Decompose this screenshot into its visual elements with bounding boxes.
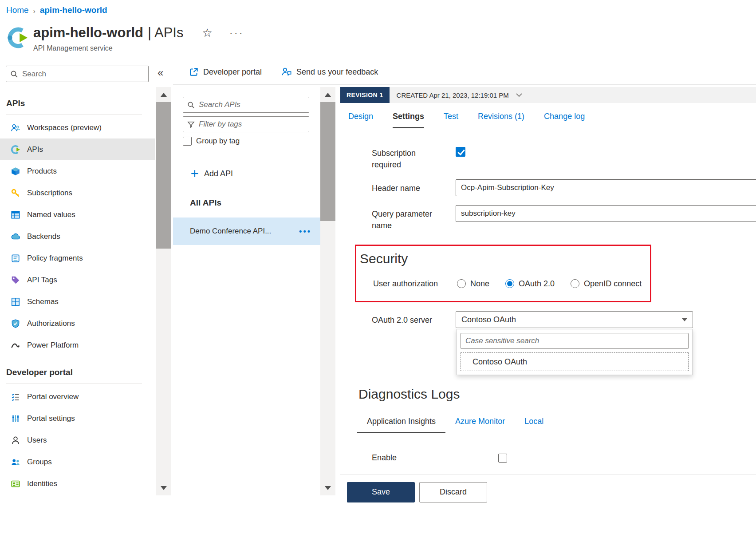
enable-checkbox[interactable] (498, 454, 507, 463)
tab-application-insights[interactable]: Application Insights (357, 411, 445, 433)
scrollbar-thumb[interactable] (320, 102, 335, 221)
page-subtitle: API Management service (33, 44, 244, 52)
oauth-server-row: OAuth 2.0 server Contoso OAuth (340, 311, 756, 328)
oauth-server-select[interactable]: Contoso OAuth (456, 311, 693, 328)
feedback-button[interactable]: Send us your feedback (281, 67, 378, 77)
radio-label: OpenID connect (584, 279, 642, 289)
scroll-up-icon[interactable] (320, 87, 335, 102)
sidebar-item-authorizations[interactable]: Authorizations (0, 313, 155, 334)
api-management-service-icon (6, 27, 28, 49)
collapse-panel-button[interactable]: « (158, 67, 163, 79)
api-search-box (183, 97, 309, 113)
sidebar-section-apis: APIs (0, 87, 155, 115)
tab-azure-monitor[interactable]: Azure Monitor (445, 411, 515, 433)
sidebar-search-input[interactable] (22, 70, 145, 79)
sidebar-item-label: Groups (27, 458, 52, 467)
api-list-scrollbar[interactable] (320, 87, 335, 495)
page-title: apim-hello-world (33, 25, 143, 41)
tab-test[interactable]: Test (444, 106, 458, 128)
group-by-tag-checkbox[interactable] (183, 137, 192, 146)
sidebar-item-power-platform[interactable]: Power Platform (0, 334, 155, 356)
enable-row: Enable (340, 452, 756, 463)
sidebar-item-policy-fragments[interactable]: Policy fragments (0, 247, 155, 269)
radio-label: None (470, 279, 489, 289)
scroll-up-icon[interactable] (156, 87, 171, 102)
radio-option-openid[interactable]: OpenID connect (571, 279, 642, 289)
sidebar-item-label: Schemas (27, 297, 59, 306)
user-authorization-label: User authorization (373, 278, 457, 289)
radio-option-none[interactable]: None (457, 279, 489, 289)
diagnostics-logs-heading: Diagnostics Logs (358, 387, 756, 402)
add-api-button[interactable]: Add API (190, 169, 320, 178)
dropdown-search-input[interactable] (461, 333, 689, 349)
products-icon (11, 166, 20, 176)
radio-option-oauth2[interactable]: OAuth 2.0 (505, 279, 555, 289)
sidebar-item-products[interactable]: Products (0, 160, 155, 182)
tab-design[interactable]: Design (348, 106, 373, 128)
scrollbar-thumb[interactable] (156, 102, 171, 249)
tab-local[interactable]: Local (515, 411, 553, 433)
sidebar-item-workspaces[interactable]: Workspaces (preview) (0, 117, 155, 138)
tab-settings[interactable]: Settings (393, 106, 424, 128)
sidebar-nav: APIs Workspaces (preview) APIs Products (0, 87, 155, 494)
sidebar-item-groups[interactable]: Groups (0, 451, 155, 473)
save-button[interactable]: Save (347, 482, 415, 502)
revision-badge: REVISION 1 (340, 87, 390, 103)
command-bar: Developer portal Send us your feedback (189, 67, 378, 77)
sidebar-item-portal-overview[interactable]: Portal overview (0, 386, 155, 407)
tab-change-log[interactable]: Change log (544, 106, 585, 128)
sidebar-item-label: Named values (27, 210, 75, 219)
sidebar-item-identities[interactable]: Identities (0, 473, 155, 494)
sidebar-item-apis[interactable]: APIs (0, 138, 155, 160)
subscription-required-checkbox[interactable] (456, 147, 465, 157)
chevron-down-icon[interactable] (515, 92, 523, 98)
breadcrumb: Home › apim-hello-world (6, 5, 107, 15)
scroll-down-icon[interactable] (320, 480, 335, 495)
radio-selected-icon[interactable] (505, 279, 514, 288)
api-search-input[interactable] (199, 100, 305, 109)
query-parameter-input[interactable] (456, 205, 756, 222)
sidebar-item-portal-settings[interactable]: Portal settings (0, 407, 155, 429)
sidebar-item-label: Workspaces (preview) (27, 123, 102, 132)
search-icon (10, 70, 19, 79)
sidebar-item-label: Power Platform (27, 341, 79, 350)
favorite-star-icon[interactable]: ☆ (202, 26, 212, 40)
sidebar-item-label: APIs (27, 145, 43, 154)
header-name-row: Header name (340, 179, 756, 196)
filter-by-tags-input[interactable] (199, 120, 305, 129)
key-icon (11, 188, 20, 198)
sidebar-search-box (6, 66, 149, 82)
user-icon (11, 435, 20, 445)
sidebar-item-api-tags[interactable]: API Tags (0, 269, 155, 291)
radio-icon[interactable] (457, 279, 466, 288)
sidebar-item-subscriptions[interactable]: Subscriptions (0, 182, 155, 204)
api-list-item-demo-conference[interactable]: Demo Conference API... ••• (173, 218, 320, 245)
discard-button[interactable]: Discard (419, 482, 487, 502)
header-name-input[interactable] (456, 179, 756, 196)
sidebar-item-named-values[interactable]: Named values (0, 204, 155, 225)
revision-created-text: CREATED Apr 21, 2023, 12:19:01 PM (397, 91, 509, 99)
group-by-tag-toggle[interactable]: Group by tag (183, 137, 320, 146)
api-list-panel: Group by tag Add API All APIs Demo Confe… (173, 87, 320, 245)
breadcrumb-current-link[interactable]: apim-hello-world (40, 5, 107, 15)
api-tabs: Design Settings Test Revisions (1) Chang… (340, 106, 756, 128)
context-menu-icon[interactable]: ••• (299, 227, 311, 236)
page-title-suffix: | APIs (148, 25, 183, 41)
scroll-down-icon[interactable] (156, 480, 171, 495)
sidebar-item-users[interactable]: Users (0, 429, 155, 451)
sidebar-scrollbar[interactable] (156, 87, 171, 495)
sidebar-item-label: Authorizations (27, 319, 75, 328)
tab-revisions[interactable]: Revisions (1) (478, 106, 524, 128)
sidebar-item-backends[interactable]: Backends (0, 225, 155, 247)
sliders-icon (11, 414, 20, 423)
developer-portal-button[interactable]: Developer portal (189, 67, 262, 77)
sidebar-item-schemas[interactable]: Schemas (0, 291, 155, 313)
subscription-required-label: Subscription required (372, 144, 456, 170)
sidebar-item-label: Policy fragments (27, 254, 83, 263)
dropdown-option-contoso-oauth[interactable]: Contoso OAuth (461, 352, 689, 371)
shield-icon (11, 319, 20, 328)
apis-icon (11, 145, 20, 154)
radio-icon[interactable] (571, 279, 579, 288)
breadcrumb-home-link[interactable]: Home (6, 5, 29, 15)
more-options-icon[interactable]: ··· (229, 28, 244, 37)
